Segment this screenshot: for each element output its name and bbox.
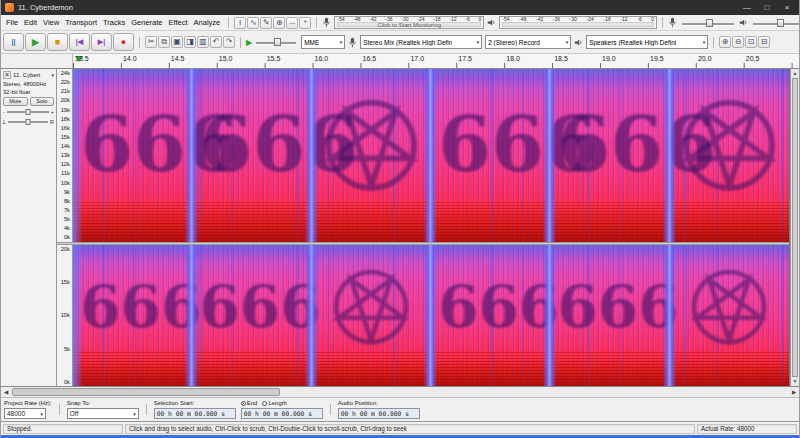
timeshift-tool-icon[interactable]: ↔ xyxy=(286,17,298,29)
speed-slider[interactable] xyxy=(254,37,298,47)
selection-start-field[interactable]: 00 h 00 m 00.000 s xyxy=(154,408,236,419)
menu-toolbar-row: FileEditViewTransportTracksGenerateEffec… xyxy=(1,15,799,31)
vertical-scrollbar[interactable]: ▲ ▼ xyxy=(790,69,799,386)
playback-volume-slider[interactable] xyxy=(751,18,799,28)
selection-end-field[interactable]: 00 h 00 m 00.000 s xyxy=(241,408,323,419)
audio-host-select[interactable]: MME▾ xyxy=(301,35,345,49)
playback-meter[interactable]: -54-48-42-36-30-24-18-12-60 xyxy=(499,16,657,29)
envelope-tool-icon[interactable]: ∿ xyxy=(247,17,259,29)
minimize-button[interactable]: — xyxy=(739,1,755,15)
timeline-label: 15.5 xyxy=(267,55,281,62)
timeline-ruler[interactable]: 13.514.014.515.015.516.016.517.017.518.0… xyxy=(73,54,799,68)
spectral-six-glyph: 6 xyxy=(491,100,544,189)
menu-file[interactable]: File xyxy=(3,18,21,27)
horizontal-scrollbar[interactable]: ◀ ▶ xyxy=(1,387,799,398)
menu-effect[interactable]: Effect xyxy=(166,18,191,27)
scroll-left-icon[interactable]: ◀ xyxy=(1,389,11,395)
menu-tracks[interactable]: Tracks xyxy=(100,18,128,27)
microphone-icon xyxy=(322,17,331,28)
edit-toolbar: ✂⧉▣◨▥↶↷ xyxy=(145,36,235,48)
undo-icon[interactable]: ↶ xyxy=(210,36,222,48)
right-channel: 20k15k10k5k0k 666666666666 xyxy=(57,245,789,387)
menu-view[interactable]: View xyxy=(40,18,62,27)
menu-generate[interactable]: Generate xyxy=(128,18,165,27)
multi-tool-icon[interactable]: * xyxy=(299,17,311,29)
titlebar: 11. Cyberdemon — □ × xyxy=(1,0,799,15)
monitoring-label[interactable]: Click to Start Monitoring xyxy=(335,22,483,28)
record-button[interactable]: ● xyxy=(113,33,134,51)
project-rate-select[interactable]: 48000▾ xyxy=(4,408,46,419)
zoom-tool-icon[interactable]: ⊕ xyxy=(273,17,285,29)
spectral-six-glyph: 6 xyxy=(280,273,320,341)
chevron-down-icon: ▾ xyxy=(475,39,480,45)
snap-to-select[interactable]: Off▾ xyxy=(67,408,139,419)
scroll-down-icon[interactable]: ▼ xyxy=(791,377,799,386)
spectrogram-segment-sixes: 666 xyxy=(550,245,669,387)
pan-slider[interactable]: L R xyxy=(3,118,54,126)
freq-label: 20k xyxy=(61,97,70,103)
vertical-scrollbar-thumb[interactable] xyxy=(792,78,798,377)
paste-icon[interactable]: ▣ xyxy=(171,36,183,48)
play-button[interactable]: ▶ xyxy=(25,33,46,51)
pentagram-figure xyxy=(319,261,424,352)
maximize-button[interactable]: □ xyxy=(759,1,775,15)
cut-icon[interactable]: ✂ xyxy=(145,36,157,48)
playback-device-select[interactable]: Speakers (Realtek High Defini▾ xyxy=(586,35,708,49)
zoom-out-icon[interactable]: ⊖ xyxy=(732,36,744,48)
timeline-label: 20.0 xyxy=(698,55,712,62)
audacity-window: 11. Cyberdemon — □ × FileEditViewTranspo… xyxy=(0,0,800,438)
silence-icon[interactable]: ▥ xyxy=(197,36,209,48)
tools-toolbar: I∿✎⊕↔* xyxy=(234,17,311,29)
play-at-speed-slider[interactable]: ▶ xyxy=(246,37,298,47)
close-button[interactable]: × xyxy=(779,1,795,15)
speaker-icon xyxy=(574,37,583,48)
window-title: 11. Cyberdemon xyxy=(18,3,735,12)
horizontal-scrollbar-thumb[interactable] xyxy=(12,388,280,396)
recording-device-select[interactable]: Stereo Mix (Realtek High Defin▾ xyxy=(360,35,482,49)
pentagram-figure xyxy=(677,90,782,200)
end-radio[interactable]: End xyxy=(241,400,258,407)
spectral-six-glyph: 6 xyxy=(438,273,478,341)
recording-channels-select[interactable]: 2 (Stereo) Record▾ xyxy=(485,35,571,49)
scroll-up-icon[interactable]: ▲ xyxy=(791,69,799,78)
recording-meter[interactable]: -54-48-42-36-30-24-18-12-60 Click to Sta… xyxy=(334,16,484,29)
spectrogram-right-channel[interactable]: 666666666666 xyxy=(73,245,789,387)
fit-selection-icon[interactable]: ⊡ xyxy=(745,36,757,48)
redo-icon[interactable]: ↷ xyxy=(223,36,235,48)
spectral-six-glyph: 6 xyxy=(80,273,120,341)
track-name[interactable]: 11. Cybert xyxy=(13,72,47,78)
sixes-figure: 666 xyxy=(199,261,304,352)
spectral-six-glyph: 6 xyxy=(240,273,280,341)
recording-volume-slider[interactable] xyxy=(680,18,736,28)
trim-icon[interactable]: ◨ xyxy=(184,36,196,48)
scroll-right-icon[interactable]: ▶ xyxy=(789,389,799,395)
mute-button[interactable]: Mute xyxy=(3,97,28,106)
copy-icon[interactable]: ⧉ xyxy=(158,36,170,48)
spectrogram-segment-sixes: 666 xyxy=(431,245,550,387)
track-menu-icon[interactable]: ▾ xyxy=(49,72,54,78)
menu-edit[interactable]: Edit xyxy=(21,18,40,27)
pause-button[interactable]: || xyxy=(3,33,24,51)
solo-button[interactable]: Solo xyxy=(30,97,55,106)
spectrogram-segment-pentagram xyxy=(312,245,431,387)
stop-button[interactable]: ■ xyxy=(47,33,68,51)
length-radio[interactable]: Length xyxy=(262,400,286,407)
fit-project-icon[interactable]: ⊟ xyxy=(758,36,770,48)
spectrogram-segment-sixes: 666 xyxy=(431,69,550,242)
chevron-down-icon: ▾ xyxy=(38,411,43,417)
track-close-button[interactable]: × xyxy=(3,71,11,79)
gain-slider[interactable]: - + xyxy=(3,108,54,116)
skip-end-button[interactable]: ▶| xyxy=(91,33,112,51)
freq-label: 20k xyxy=(61,246,70,252)
spectrogram-left-channel[interactable]: 666666666666 xyxy=(73,69,789,242)
zoom-in-icon[interactable]: ⊕ xyxy=(719,36,731,48)
menu-analyze[interactable]: Analyze xyxy=(191,18,224,27)
radio-unselected-icon xyxy=(262,401,267,406)
timeline: 13.514.014.515.015.516.016.517.017.518.0… xyxy=(1,54,799,69)
audio-position-field[interactable]: 00 h 00 m 00.000 s xyxy=(338,408,420,419)
menu-transport[interactable]: Transport xyxy=(62,18,100,27)
selection-tool-icon[interactable]: I xyxy=(234,17,246,29)
skip-start-button[interactable]: |◀ xyxy=(69,33,90,51)
draw-tool-icon[interactable]: ✎ xyxy=(260,17,272,29)
snap-to-label: Snap To: xyxy=(67,400,139,407)
